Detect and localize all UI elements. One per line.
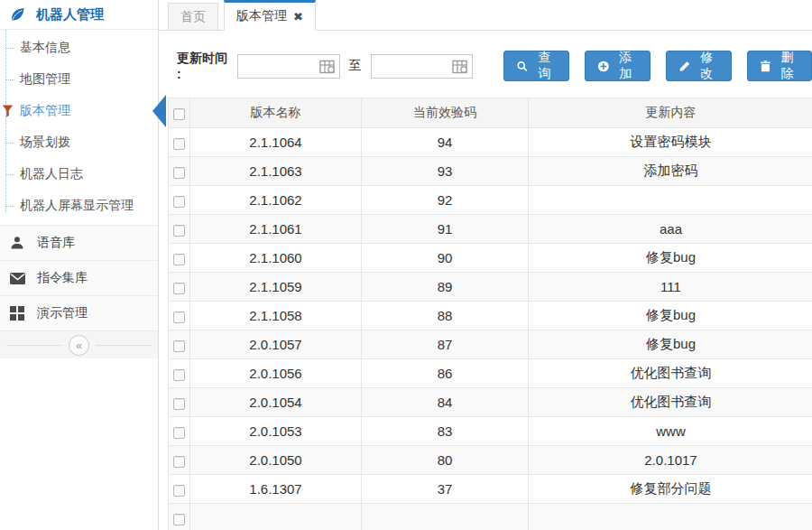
sidebar-item-version-management[interactable]: 版本管理	[0, 95, 158, 126]
sidebar-item-demo-management[interactable]: 演示管理	[0, 295, 158, 330]
code-cell: 89	[362, 273, 529, 302]
version-cell: 2.0.1050	[190, 446, 362, 475]
checkbox-cell	[169, 186, 190, 215]
table-row: 2.0.1054 84 优化图书查询	[169, 388, 812, 417]
query-button[interactable]: 查询	[503, 51, 569, 81]
collapse-sidebar-button[interactable]: «	[69, 335, 89, 356]
content-cell: 优化图书查询	[529, 388, 812, 417]
sidebar-item-map-management[interactable]: 地图管理	[0, 63, 158, 95]
checkbox-cell	[169, 244, 190, 273]
button-label: 修改	[696, 50, 718, 82]
version-cell: 2.0.1056	[190, 359, 362, 388]
delete-button[interactable]: 删除	[747, 51, 812, 81]
checkbox-cell	[169, 504, 190, 530]
tab-bar: 首页 版本管理 ✖	[159, 0, 812, 31]
table-row: 2.0.1056 86 优化图书查询	[169, 359, 812, 388]
code-cell: 87	[362, 330, 529, 359]
row-checkbox[interactable]	[173, 485, 185, 497]
version-cell: 2.1.1060	[190, 244, 362, 273]
version-cell: 2.1.1061	[190, 215, 362, 244]
code-cell: 90	[362, 244, 529, 273]
version-cell: 2.1.1058	[190, 302, 362, 330]
tab-version-management[interactable]: 版本管理 ✖	[224, 0, 316, 31]
grid-icon	[9, 305, 25, 321]
sidebar-item-label: 指令集库	[37, 270, 88, 286]
calendar-icon[interactable]	[319, 60, 336, 74]
sidebar-item-label: 机器人日志	[20, 166, 83, 182]
row-checkbox[interactable]	[173, 369, 185, 381]
button-label: 查询	[533, 50, 556, 82]
table-header-row: 版本名称 当前效验码 更新内容	[169, 98, 812, 128]
row-checkbox[interactable]	[173, 311, 185, 323]
row-checkbox[interactable]	[173, 514, 185, 525]
filter-bar: 更新时间 : 至	[159, 31, 812, 98]
tab-home[interactable]: 首页	[168, 3, 218, 31]
content-cell	[529, 186, 812, 215]
plus-icon	[598, 60, 609, 72]
code-cell: 84	[362, 388, 529, 417]
row-checkbox[interactable]	[173, 167, 185, 179]
row-checkbox[interactable]	[173, 340, 185, 352]
checkbox-cell	[169, 215, 190, 244]
row-checkbox[interactable]	[173, 427, 185, 439]
content-cell	[529, 504, 812, 530]
version-table: 版本名称 当前效验码 更新内容 2.1.1064 94 设置密码模块 2.1.1…	[168, 98, 812, 530]
calendar-icon[interactable]	[452, 60, 468, 74]
row-checkbox[interactable]	[173, 196, 185, 208]
content-cell: 2.0.1017	[529, 446, 812, 475]
column-header-content: 更新内容	[529, 98, 812, 128]
row-checkbox[interactable]	[173, 254, 185, 265]
sidebar-item-basic-info[interactable]: 基本信息	[0, 32, 158, 63]
tab-label: 版本管理	[236, 8, 287, 24]
envelope-icon	[9, 270, 25, 286]
row-checkbox[interactable]	[173, 138, 185, 150]
sidebar: 机器人管理 基本信息 地图管理 版本管理 场景划拨 机器人日志 机器人屏幕显示管…	[0, 0, 159, 530]
content-cell: 修复部分问题	[529, 475, 812, 504]
row-checkbox[interactable]	[173, 398, 185, 410]
sidebar-item-command-library[interactable]: 指令集库	[0, 260, 158, 295]
checkbox-cell	[169, 388, 190, 417]
version-cell: 2.1.1063	[190, 157, 362, 186]
row-checkbox[interactable]	[173, 225, 185, 237]
content-cell: 优化图书查询	[529, 359, 812, 388]
sidebar-item-label: 机器人屏幕显示管理	[20, 198, 134, 214]
code-cell: 91	[362, 215, 529, 244]
code-cell: 80	[362, 446, 529, 475]
table-body: 2.1.1064 94 设置密码模块 2.1.1063 93 添加密码 2.1.…	[169, 128, 812, 530]
update-time-label: 更新时间 :	[177, 51, 230, 81]
content-cell: 修复bug	[529, 302, 812, 330]
checkbox-cell	[169, 330, 190, 359]
sidebar-collapse-row: «	[0, 330, 158, 358]
select-all-checkbox[interactable]	[173, 108, 185, 120]
edit-button[interactable]: 修改	[666, 51, 732, 81]
sidebar-item-label: 语音库	[37, 235, 75, 251]
code-cell: 93	[362, 157, 529, 186]
user-icon	[9, 235, 25, 251]
content-cell: 111	[529, 273, 812, 302]
table-row: 2.0.1053 83 www	[169, 417, 812, 446]
table-row: 2.1.1060 90 修复bug	[169, 244, 812, 273]
table-row: 2.1.1058 88 修复bug	[169, 302, 812, 330]
checkbox-cell	[169, 128, 190, 157]
add-button[interactable]: 添加	[585, 51, 651, 81]
sidebar-item-voice-library[interactable]: 语音库	[0, 225, 158, 260]
sidebar-item-label: 基本信息	[20, 40, 70, 56]
table-row: 2.1.1061 91 aaa	[169, 215, 812, 244]
content-cell: 修复bug	[529, 330, 812, 359]
sidebar-item-label: 演示管理	[37, 305, 88, 321]
code-cell: 88	[362, 302, 529, 330]
search-icon	[517, 60, 528, 72]
code-cell: 86	[362, 359, 529, 388]
close-tab-icon[interactable]: ✖	[293, 10, 303, 23]
sidebar-item-robot-log[interactable]: 机器人日志	[0, 158, 158, 190]
main-content: 首页 版本管理 ✖ 更新时间 : 至	[159, 0, 812, 530]
checkbox-cell	[169, 157, 190, 186]
row-checkbox[interactable]	[173, 283, 185, 294]
funnel-icon	[2, 104, 14, 118]
column-header-version: 版本名称	[190, 98, 362, 128]
sidebar-item-robot-screen-display[interactable]: 机器人屏幕显示管理	[0, 190, 158, 221]
sidebar-item-scene-allocation[interactable]: 场景划拨	[0, 126, 158, 158]
date-from-box	[237, 54, 340, 79]
row-checkbox[interactable]	[173, 456, 185, 468]
sidebar-item-label: 场景划拨	[20, 135, 70, 151]
